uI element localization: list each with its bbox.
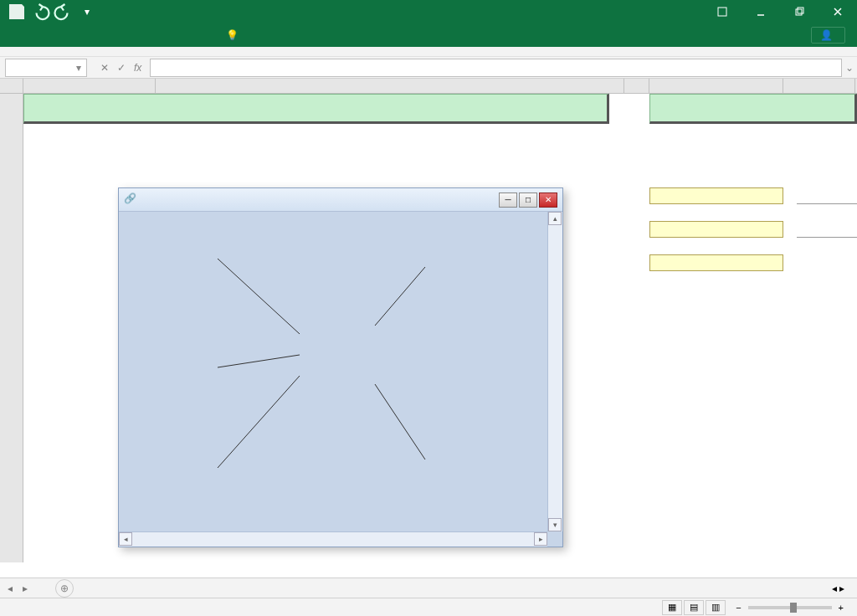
fx-icon[interactable]: fx — [134, 62, 141, 74]
name-box[interactable]: ▾ — [5, 59, 87, 77]
scroll-left-icon[interactable]: ◂ — [119, 532, 132, 546]
svg-line-8 — [375, 384, 425, 459]
add-sheet-button[interactable]: ⊕ — [55, 579, 74, 598]
tab-team[interactable] — [192, 23, 216, 47]
tab-view[interactable] — [169, 23, 192, 47]
view-normal-icon[interactable]: ▦ — [662, 600, 682, 615]
label-rel-names — [649, 254, 783, 271]
formula-expand-icon[interactable]: ⌄ — [842, 62, 857, 74]
tab-pagelayout[interactable] — [75, 23, 99, 47]
sheet-tabs: ◂ ▸ ⊕ ◂ ▸ — [0, 578, 857, 598]
svg-line-7 — [375, 267, 425, 326]
col-header[interactable] — [783, 79, 855, 93]
col-header[interactable] — [649, 79, 783, 93]
sheet-hscroll[interactable]: ◂ ▸ — [832, 583, 857, 594]
enter-icon[interactable]: ✓ — [117, 62, 126, 74]
sheet-nav-ellipsis[interactable] — [33, 583, 47, 594]
zoom-slider[interactable] — [748, 606, 832, 609]
share-icon: 👤 — [820, 29, 833, 41]
tab-data[interactable] — [122, 23, 146, 47]
scroll-down-icon[interactable]: ▾ — [548, 518, 562, 531]
cell-data-name — [797, 187, 857, 204]
view-pagebreak-icon[interactable]: ▥ — [706, 600, 726, 615]
title-cell-right — [649, 94, 857, 124]
formula-bar: ▾ ✕ ✓ fx ⌄ — [0, 57, 857, 79]
svg-line-5 — [218, 355, 300, 367]
grid: 🔗 ─ □ ✕ — [0, 94, 857, 562]
restore-icon[interactable] — [780, 0, 819, 23]
save-icon[interactable] — [7, 2, 27, 22]
share-button[interactable]: 👤 — [811, 27, 845, 44]
select-all-corner[interactable] — [0, 79, 23, 93]
win-minimize-icon[interactable]: ─ — [499, 192, 517, 208]
relationship-window-titlebar[interactable]: 🔗 ─ □ ✕ — [119, 188, 562, 212]
col-header[interactable] — [624, 79, 649, 93]
minimize-icon[interactable] — [742, 0, 780, 23]
tab-formulas[interactable] — [99, 23, 122, 47]
relationship-canvas[interactable]: ▴ ▾ ◂ ▸ — [119, 212, 562, 547]
tell-me[interactable]: 💡 — [226, 29, 244, 41]
column-headers — [0, 79, 857, 94]
ribbon: 💡 👤 — [0, 23, 857, 47]
close-icon[interactable] — [819, 0, 857, 23]
relationship-window: 🔗 ─ □ ✕ — [118, 187, 563, 547]
scroll-right-icon[interactable]: ▸ — [534, 532, 547, 546]
win-close-icon[interactable]: ✕ — [539, 192, 557, 208]
label-rel-count — [649, 221, 783, 238]
cell-rel-count — [797, 221, 857, 238]
qat-customize-icon[interactable]: ▾ — [77, 2, 97, 22]
view-pagelayout-icon[interactable]: ▤ — [684, 600, 704, 615]
svg-line-4 — [218, 259, 300, 334]
titlebar: ▾ — [0, 0, 857, 23]
formula-input[interactable] — [150, 59, 842, 77]
zoom-out-button[interactable]: − — [736, 603, 741, 613]
sheet-nav-first-icon[interactable]: ◂ — [3, 583, 17, 594]
title-cell-left — [23, 94, 609, 124]
col-header[interactable] — [156, 79, 624, 93]
svg-rect-2 — [796, 9, 802, 15]
relwin-hscrollbar[interactable]: ◂ ▸ — [119, 531, 547, 547]
label-data-name — [649, 187, 783, 204]
status-bar: ▦ ▤ ▥ − + — [0, 598, 857, 616]
row-headers — [0, 94, 23, 562]
cancel-icon[interactable]: ✕ — [100, 62, 109, 74]
tab-file[interactable] — [5, 23, 28, 47]
tab-home[interactable] — [28, 23, 52, 47]
tab-review[interactable] — [146, 23, 169, 47]
svg-rect-3 — [798, 8, 803, 13]
relationship-icon: 🔗 — [124, 192, 139, 208]
redo-icon[interactable] — [54, 2, 74, 22]
lightbulb-icon: 💡 — [226, 29, 239, 41]
cells-area[interactable]: 🔗 ─ □ ✕ — [23, 94, 857, 562]
svg-line-6 — [218, 376, 300, 468]
undo-icon[interactable] — [30, 2, 50, 22]
scroll-up-icon[interactable]: ▴ — [548, 212, 562, 225]
relationship-lines — [124, 217, 547, 531]
sheet-nav-prev-icon[interactable]: ▸ — [18, 583, 32, 594]
zoom-in-button[interactable]: + — [839, 603, 844, 613]
chevron-down-icon[interactable]: ▾ — [76, 62, 81, 74]
win-maximize-icon[interactable]: □ — [519, 192, 537, 208]
tab-insert[interactable] — [52, 23, 75, 47]
relwin-vscrollbar[interactable]: ▴ ▾ — [547, 212, 562, 531]
svg-rect-0 — [718, 8, 726, 16]
ribbon-options-icon[interactable] — [703, 0, 742, 23]
col-header[interactable] — [23, 79, 156, 93]
